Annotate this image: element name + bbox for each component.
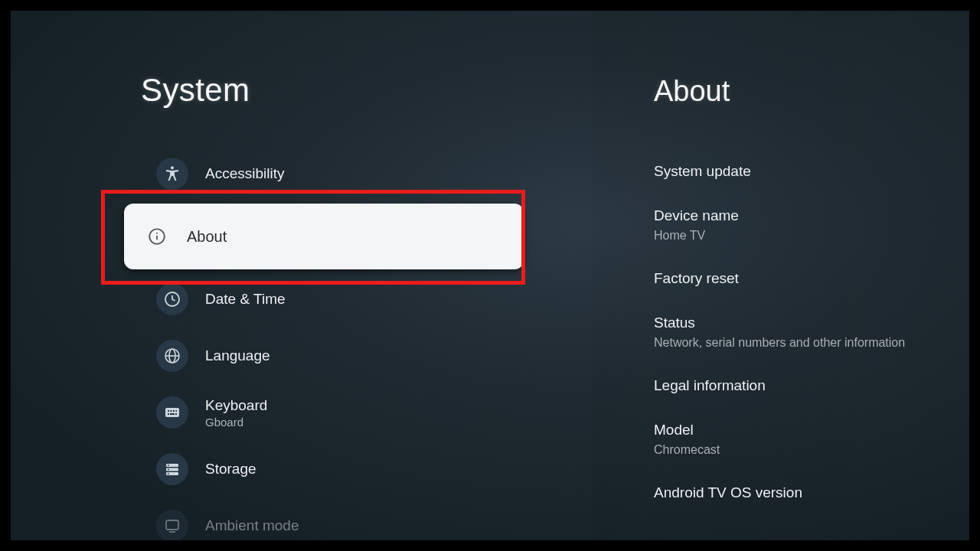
svg-rect-14 xyxy=(170,413,175,415)
detail-legal-information[interactable]: Legal information xyxy=(654,367,945,411)
svg-rect-22 xyxy=(166,520,178,530)
menu-item-keyboard[interactable]: Keyboard Gboard xyxy=(141,386,516,439)
menu-item-language[interactable]: Language xyxy=(141,329,516,383)
menu-sublabel: Gboard xyxy=(205,416,267,429)
detail-device-name[interactable]: Device name Home TV xyxy=(654,197,945,259)
svg-rect-11 xyxy=(173,410,175,412)
svg-rect-10 xyxy=(171,410,172,412)
detail-factory-reset[interactable]: Factory reset xyxy=(654,259,945,304)
accessibility-icon xyxy=(156,158,188,190)
menu-label: Date & Time xyxy=(205,291,286,308)
menu-item-date-time[interactable]: Date & Time xyxy=(141,272,516,326)
about-detail-pane: About System update Device name Home TV … xyxy=(593,11,960,540)
svg-rect-12 xyxy=(176,410,178,412)
about-list: System update Device name Home TV Factor… xyxy=(654,152,945,518)
menu-label: Storage xyxy=(205,461,256,478)
globe-icon xyxy=(156,340,188,372)
menu-label: Accessibility xyxy=(205,165,284,182)
svg-point-19 xyxy=(168,465,169,466)
detail-model[interactable]: Model Chromecast xyxy=(654,411,945,474)
svg-rect-8 xyxy=(165,408,179,417)
svg-rect-9 xyxy=(168,410,169,412)
svg-rect-13 xyxy=(168,413,169,415)
ambient-icon xyxy=(156,510,188,540)
detail-system-update[interactable]: System update xyxy=(654,152,945,197)
clock-icon xyxy=(156,283,188,315)
page-title-about: About xyxy=(654,75,945,108)
svg-point-3 xyxy=(156,233,158,234)
menu-label: Keyboard xyxy=(205,397,267,414)
detail-status[interactable]: Status Network, serial numbers and other… xyxy=(654,304,945,367)
menu-item-accessibility[interactable]: Accessibility xyxy=(141,147,516,201)
svg-point-0 xyxy=(171,166,174,169)
menu-item-storage[interactable]: Storage xyxy=(141,442,516,496)
system-menu: Accessibility About Date & Time Lan xyxy=(141,147,516,540)
menu-label: Language xyxy=(205,347,270,364)
page-title-system: System xyxy=(141,72,516,109)
settings-screen: System Accessibility About Date & Tim xyxy=(11,11,969,540)
keyboard-icon xyxy=(156,396,188,429)
detail-os-version[interactable]: Android TV OS version xyxy=(654,474,945,518)
svg-rect-15 xyxy=(175,413,177,415)
system-menu-pane: System Accessibility About Date & Tim xyxy=(11,11,547,540)
menu-item-ambient[interactable]: Ambient mode xyxy=(141,499,516,540)
menu-label: About xyxy=(187,228,227,246)
menu-label: Ambient mode xyxy=(205,517,299,534)
info-icon xyxy=(144,223,170,249)
menu-item-about[interactable]: About xyxy=(124,204,524,269)
svg-point-21 xyxy=(168,473,169,474)
storage-icon xyxy=(156,453,188,485)
svg-point-20 xyxy=(168,469,169,471)
